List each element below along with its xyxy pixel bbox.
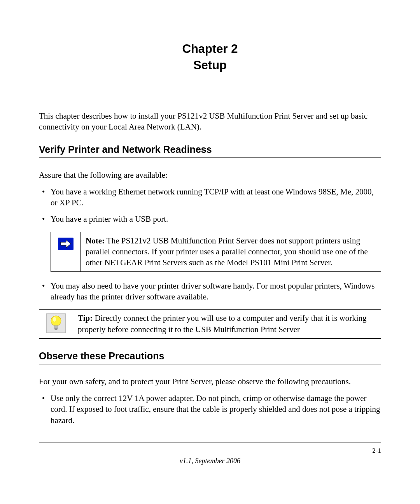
list-item: You may also need to have your printer d… xyxy=(39,280,381,303)
section1-lead: Assure that the following are available: xyxy=(39,170,381,180)
document-version: v1.1, September 2006 xyxy=(39,457,381,465)
section-heading-verify: Verify Printer and Network Readiness xyxy=(39,144,381,158)
section2-lead: For your own safety, and to protect your… xyxy=(39,376,381,387)
lightbulb-icon xyxy=(46,313,66,333)
bullet-list-precautions: Use only the correct 12V 1A power adapte… xyxy=(39,393,381,426)
arrow-right-icon xyxy=(58,238,74,250)
list-item: You have a printer with a USB port. xyxy=(39,214,381,224)
svg-rect-3 xyxy=(54,326,58,327)
tip-icon-cell xyxy=(39,310,73,339)
note-callout: Note: The PS121v2 USB Multifunction Prin… xyxy=(51,232,381,272)
page-number: 2-1 xyxy=(39,447,381,455)
tip-callout: Tip: Directly connect the printer you wi… xyxy=(39,309,381,339)
list-item: You have a working Ethernet network runn… xyxy=(39,186,381,208)
list-item: Use only the correct 12V 1A power adapte… xyxy=(39,393,381,426)
chapter-number: Chapter 2 xyxy=(182,42,238,56)
note-body: Note: The PS121v2 USB Multifunction Prin… xyxy=(81,232,381,271)
svg-marker-0 xyxy=(61,240,71,248)
svg-rect-4 xyxy=(54,327,58,329)
note-text: The PS121v2 USB Multifunction Print Serv… xyxy=(86,236,368,268)
section-heading-precautions: Observe these Precautions xyxy=(39,350,381,364)
note-label: Note: xyxy=(86,236,105,245)
page-footer: 2-1 v1.1, September 2006 xyxy=(39,443,381,465)
note-icon-cell xyxy=(51,232,81,271)
bullet-list-a: You have a working Ethernet network runn… xyxy=(39,186,381,225)
tip-text: Directly connect the printer you will us… xyxy=(78,313,367,334)
bullet-list-b: You may also need to have your printer d… xyxy=(39,280,381,303)
svg-point-2 xyxy=(53,317,56,322)
chapter-name: Setup xyxy=(193,58,227,72)
svg-point-1 xyxy=(51,316,61,326)
tip-body: Tip: Directly connect the printer you wi… xyxy=(73,310,381,339)
document-page: Chapter 2 Setup This chapter describes h… xyxy=(0,0,420,504)
chapter-title: Chapter 2 Setup xyxy=(39,41,381,74)
svg-rect-5 xyxy=(55,329,57,330)
intro-paragraph: This chapter describes how to install yo… xyxy=(39,110,381,133)
tip-label: Tip: xyxy=(78,313,93,323)
